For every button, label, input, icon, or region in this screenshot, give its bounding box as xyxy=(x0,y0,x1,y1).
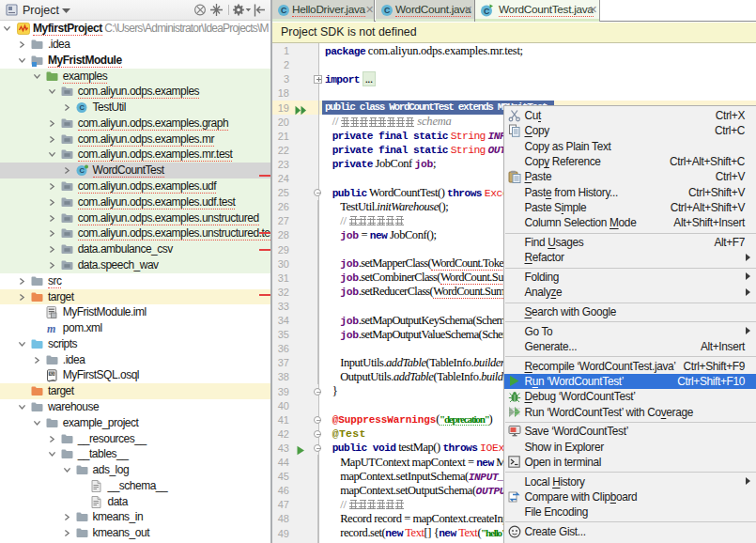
svg-text:C: C xyxy=(281,6,287,15)
svg-text:C: C xyxy=(484,7,490,16)
svg-text:SQL: SQL xyxy=(49,373,54,377)
svg-text:m: m xyxy=(47,322,55,334)
svg-text:C: C xyxy=(384,6,391,15)
